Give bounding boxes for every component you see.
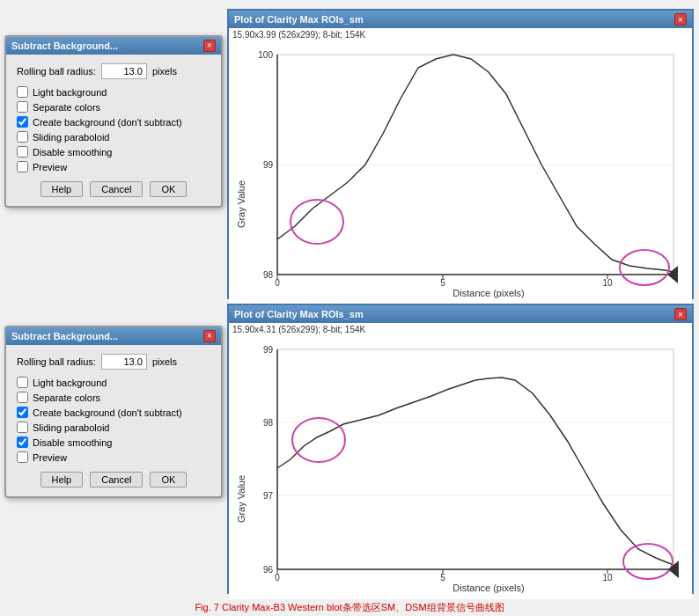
bottom-checkbox-separate-colors-input[interactable] xyxy=(17,392,28,403)
bottom-dialog-buttons: Help Cancel OK xyxy=(17,472,210,488)
top-checkbox-disable-smoothing-label: Disable smoothing xyxy=(33,147,113,158)
svg-text:0: 0 xyxy=(275,573,280,583)
bottom-checkbox-sliding-paraboloid[interactable]: Sliding paraboloid xyxy=(17,422,210,433)
svg-text:5: 5 xyxy=(440,278,445,288)
top-plot-title: Plot of Clarity Max ROIs_sm xyxy=(234,14,364,25)
bottom-cancel-button[interactable]: Cancel xyxy=(90,472,143,488)
bottom-checkbox-preview[interactable]: Preview xyxy=(17,451,210,463)
bottom-checkbox-disable-smoothing-input[interactable] xyxy=(17,436,28,448)
top-checkbox-light-bg-label: Light background xyxy=(33,87,107,98)
bottom-checkbox-group: Light background Separate colors Create … xyxy=(17,377,210,463)
top-subtract-background-dialog: Subtract Background... × Rolling ball ra… xyxy=(4,35,223,208)
bottom-plot-title-bar: Plot of Clarity Max ROIs_sm × xyxy=(229,305,692,323)
top-checkbox-sliding-paraboloid-input[interactable] xyxy=(17,131,28,143)
bottom-dialog-close-button[interactable]: × xyxy=(203,330,216,342)
bottom-checkbox-create-bg-input[interactable] xyxy=(17,407,28,418)
bottom-checkbox-separate-colors-label: Separate colors xyxy=(33,392,100,403)
top-plot-svg: Gray Value Distance (pixels) 100 99 98 0… xyxy=(229,41,695,302)
bottom-plot-title: Plot of Clarity Max ROIs_sm xyxy=(234,309,364,319)
top-checkbox-disable-smoothing-input[interactable] xyxy=(17,146,28,158)
top-checkbox-preview-input[interactable] xyxy=(17,161,28,172)
svg-text:99: 99 xyxy=(263,345,274,355)
bottom-rolling-ball-unit: pixels xyxy=(152,356,177,367)
bottom-checkbox-create-bg[interactable]: Create background (don't subtract) xyxy=(17,407,210,418)
bottom-checkbox-disable-smoothing[interactable]: Disable smoothing xyxy=(17,436,210,448)
top-checkbox-sliding-paraboloid-label: Sliding paraboloid xyxy=(33,132,109,143)
top-plot-area: Gray Value Distance (pixels) 100 99 98 0… xyxy=(229,41,692,304)
top-checkbox-separate-colors[interactable]: Separate colors xyxy=(17,101,210,113)
top-checkbox-sliding-paraboloid[interactable]: Sliding paraboloid xyxy=(17,131,210,143)
svg-text:97: 97 xyxy=(263,491,274,501)
svg-text:5: 5 xyxy=(440,573,445,583)
bottom-checkbox-separate-colors[interactable]: Separate colors xyxy=(17,392,210,403)
top-plot-title-bar: Plot of Clarity Max ROIs_sm × xyxy=(229,11,692,28)
bottom-plot-area: Gray Value Distance (pixels) 99 98 97 96… xyxy=(229,336,692,599)
figure-caption: Fig. 7 Clarity Max-B3 Western blot条带选区SM… xyxy=(0,601,699,614)
bottom-checkbox-light-bg-input[interactable] xyxy=(17,377,28,388)
bottom-checkbox-light-bg[interactable]: Light background xyxy=(17,377,210,388)
top-checkbox-preview[interactable]: Preview xyxy=(17,161,210,172)
svg-text:100: 100 xyxy=(258,50,273,60)
svg-text:0: 0 xyxy=(275,278,280,288)
bottom-checkbox-disable-smoothing-label: Disable smoothing xyxy=(33,437,113,448)
top-rolling-ball-unit: pixels xyxy=(152,66,177,77)
top-dialog-buttons: Help Cancel OK xyxy=(17,181,210,197)
bottom-checkbox-light-bg-label: Light background xyxy=(33,378,107,388)
top-rolling-ball-input[interactable] xyxy=(101,63,147,79)
svg-text:10: 10 xyxy=(602,278,613,288)
bottom-x-axis-label: Distance (pixels) xyxy=(453,583,524,593)
top-dialog-close-button[interactable]: × xyxy=(203,40,216,52)
top-checkbox-create-bg[interactable]: Create background (don't subtract) xyxy=(17,116,210,128)
top-rolling-ball-label: Rolling ball radius: xyxy=(17,66,96,77)
bottom-ok-button[interactable]: OK xyxy=(150,472,187,488)
svg-text:10: 10 xyxy=(602,573,613,583)
top-ok-button[interactable]: OK xyxy=(150,181,187,197)
top-help-button[interactable]: Help xyxy=(40,181,84,197)
svg-text:98: 98 xyxy=(263,418,274,428)
bottom-checkbox-preview-input[interactable] xyxy=(17,451,28,463)
top-checkbox-separate-colors-label: Separate colors xyxy=(33,102,100,113)
bottom-y-axis-label: Gray Value xyxy=(236,475,246,523)
svg-text:96: 96 xyxy=(263,565,274,575)
top-cancel-button[interactable]: Cancel xyxy=(90,181,143,197)
bottom-checkbox-create-bg-label: Create background (don't subtract) xyxy=(33,407,182,418)
top-checkbox-disable-smoothing[interactable]: Disable smoothing xyxy=(17,146,210,158)
bottom-checkbox-sliding-paraboloid-label: Sliding paraboloid xyxy=(33,422,109,433)
top-checkbox-light-bg[interactable]: Light background xyxy=(17,86,210,98)
bottom-rolling-ball-label: Rolling ball radius: xyxy=(17,356,96,367)
bottom-plot-svg: Gray Value Distance (pixels) 99 98 97 96… xyxy=(229,336,695,597)
bottom-subtract-background-dialog: Subtract Background... × Rolling ball ra… xyxy=(4,326,223,498)
top-x-axis-label: Distance (pixels) xyxy=(453,288,524,298)
bottom-dialog-title-bar: Subtract Background... × xyxy=(6,327,221,345)
top-y-axis-label: Gray Value xyxy=(236,180,246,228)
bottom-checkbox-preview-label: Preview xyxy=(33,452,67,463)
svg-text:99: 99 xyxy=(263,160,274,170)
top-checkbox-separate-colors-input[interactable] xyxy=(17,101,28,113)
top-checkbox-light-bg-input[interactable] xyxy=(17,86,28,98)
bottom-plot-window: Plot of Clarity Max ROIs_sm × 15.90x4.31… xyxy=(227,304,694,594)
bottom-rolling-ball-input[interactable] xyxy=(101,354,147,370)
top-plot-close-button[interactable]: × xyxy=(674,13,687,26)
bottom-plot-close-button[interactable]: × xyxy=(674,308,687,320)
bottom-checkbox-sliding-paraboloid-input[interactable] xyxy=(17,422,28,433)
top-checkbox-group: Light background Separate colors Create … xyxy=(17,86,210,172)
top-dialog-title-bar: Subtract Background... × xyxy=(6,37,221,55)
top-checkbox-create-bg-input[interactable] xyxy=(17,116,28,128)
top-checkbox-create-bg-label: Create background (don't subtract) xyxy=(33,117,182,128)
bottom-dialog-title: Subtract Background... xyxy=(11,331,118,341)
top-plot-info: 15.90x3.99 (526x299); 8-bit; 154K xyxy=(229,28,692,41)
svg-text:98: 98 xyxy=(263,270,274,280)
bottom-plot-info: 15.90x4.31 (526x299); 8-bit; 154K xyxy=(229,323,692,336)
bottom-plot-bg xyxy=(277,349,673,569)
bottom-help-button[interactable]: Help xyxy=(40,472,84,488)
top-checkbox-preview-label: Preview xyxy=(33,162,67,172)
top-dialog-title: Subtract Background... xyxy=(11,40,118,51)
top-plot-window: Plot of Clarity Max ROIs_sm × 15.90x3.99… xyxy=(227,9,694,299)
